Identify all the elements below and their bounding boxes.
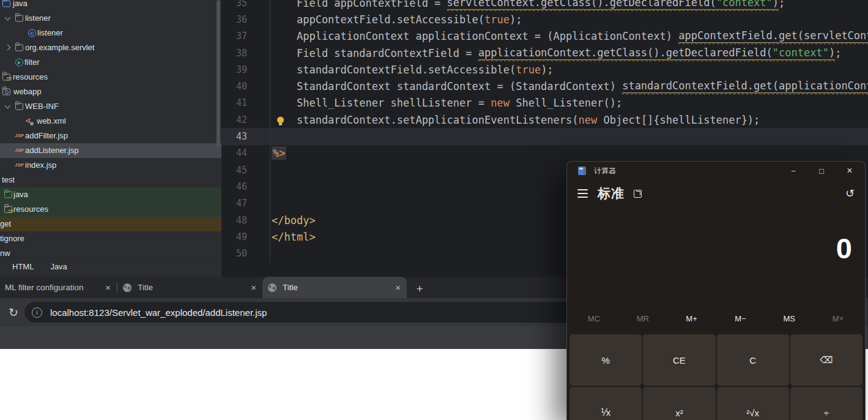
- tree-item[interactable]: </web.xml: [0, 114, 221, 129]
- intention-bulb-icon[interactable]: [277, 116, 284, 123]
- minimize-button[interactable]: −: [779, 162, 807, 180]
- line-number: 36: [221, 14, 270, 25]
- code-token: standardContextField.get(applicationCont…: [622, 80, 868, 93]
- code-token: standardContextField.setAccessible(: [272, 64, 516, 76]
- close-button[interactable]: ×: [836, 162, 864, 180]
- tree-item[interactable]: resources: [0, 202, 221, 217]
- tab-close-icon[interactable]: ×: [390, 282, 401, 293]
- code-line[interactable]: 44%>: [221, 145, 868, 162]
- code-token: true: [516, 64, 541, 76]
- calc-key[interactable]: %: [569, 334, 642, 386]
- code-token: ApplicationContext applicationContext = …: [272, 30, 678, 42]
- memory-button[interactable]: M+: [667, 310, 716, 328]
- tree-item-label: java: [13, 190, 28, 199]
- calc-key[interactable]: ÷: [790, 387, 862, 420]
- tree-item-label: web.xml: [37, 116, 66, 126]
- tree-item[interactable]: WEB-INF: [0, 99, 221, 114]
- browser-tab[interactable]: Title×: [117, 277, 262, 298]
- code-line[interactable]: 42 standardContext.setApplicationEventLi…: [221, 111, 868, 128]
- code-token: ): [773, 0, 779, 10]
- chevron-right-icon[interactable]: [5, 45, 11, 51]
- line-number: 43: [221, 131, 270, 142]
- tree-item[interactable]: java: [0, 187, 221, 202]
- tree-scrollbar[interactable]: [217, 0, 220, 147]
- filter-icon: [15, 59, 23, 67]
- code-token: appContextField.setAccessible(: [272, 13, 484, 26]
- folder-web-icon: [2, 89, 10, 96]
- calc-key[interactable]: CE: [643, 334, 715, 386]
- memory-button[interactable]: M−: [716, 310, 765, 328]
- tree-item[interactable]: JSPaddFilter.jsp: [0, 129, 221, 143]
- chevron-down-icon[interactable]: [5, 103, 11, 109]
- calc-key[interactable]: ⌫: [790, 334, 862, 386]
- line-number: 45: [221, 165, 270, 176]
- code-text: Shell_Listener shellListener = new Shell…: [270, 95, 868, 111]
- site-info-icon[interactable]: i: [32, 307, 42, 318]
- calc-key[interactable]: C: [717, 334, 789, 386]
- code-text: Field appContextField = servletContext.g…: [270, 0, 868, 11]
- code-token: appContextField.get(servletContext): [678, 29, 868, 43]
- tree-item[interactable]: java: [0, 0, 221, 11]
- menu-icon[interactable]: [577, 189, 588, 197]
- maximize-button[interactable]: □: [807, 162, 836, 180]
- code-token: new: [491, 97, 510, 109]
- line-number: 38: [221, 48, 270, 59]
- tree-item[interactable]: test: [0, 173, 221, 187]
- tab-title: Title: [138, 283, 153, 292]
- calc-key[interactable]: ²√x: [717, 387, 789, 420]
- ide-tab-java[interactable]: Java: [50, 262, 67, 271]
- tree-item[interactable]: resources: [0, 70, 221, 84]
- folder-res-icon: [4, 206, 12, 213]
- jsp-icon: JSP: [15, 147, 24, 154]
- code-token: ): [829, 47, 835, 60]
- calculator-titlebar[interactable]: 计算器 − □ ×: [567, 162, 865, 180]
- line-number: 42: [221, 114, 270, 126]
- code-token: %>: [272, 146, 286, 160]
- tree-item[interactable]: webapp: [0, 84, 221, 99]
- line-number: 41: [221, 97, 270, 108]
- reload-icon[interactable]: ↻: [5, 306, 22, 320]
- code-line[interactable]: 40 StandardContext standardContext = (St…: [221, 78, 868, 94]
- project-tree: javalistenerClistenerorg.example.servlet…: [0, 0, 221, 261]
- code-line[interactable]: 36 appContextField.setAccessible(true);: [221, 11, 868, 28]
- tree-item[interactable]: JSPindex.jsp: [0, 158, 221, 173]
- code-text: [270, 128, 868, 144]
- tree-item-label: webapp: [13, 87, 42, 96]
- tree-item[interactable]: org.example.servlet: [0, 40, 221, 55]
- tab-title: ML filter configuration: [5, 283, 84, 292]
- code-line[interactable]: 43: [221, 128, 868, 144]
- ide-tab-html[interactable]: HTML: [12, 262, 34, 271]
- memory-button[interactable]: MS: [765, 310, 814, 328]
- browser-tab[interactable]: ML filter configuration×: [0, 277, 117, 298]
- tree-item[interactable]: get: [0, 217, 221, 231]
- code-line[interactable]: 37 ApplicationContext applicationContext…: [221, 28, 868, 45]
- tree-item[interactable]: tignore: [0, 231, 221, 246]
- history-icon[interactable]: ↺: [845, 187, 855, 200]
- tab-close-icon[interactable]: ×: [100, 282, 111, 293]
- line-number: 35: [221, 0, 270, 9]
- line-number: 37: [221, 31, 270, 42]
- browser-tab[interactable]: Title×: [262, 277, 407, 298]
- tree-item-label: tignore: [0, 234, 24, 243]
- tree-item[interactable]: listener: [0, 11, 221, 26]
- tree-item[interactable]: filter: [0, 55, 221, 70]
- code-line[interactable]: 39 standardContextField.setAccessible(tr…: [221, 61, 868, 78]
- code-line[interactable]: 35 Field appContextField = servletContex…: [221, 0, 868, 11]
- calc-key[interactable]: x²: [643, 387, 715, 420]
- code-token: </body>: [272, 214, 316, 227]
- code-token: </html>: [272, 231, 316, 243]
- folder-blue-icon: [2, 1, 10, 7]
- tree-item[interactable]: JSPaddListener.jsp: [0, 143, 221, 158]
- code-text: standardContext.setApplicationEventListe…: [270, 111, 868, 128]
- chevron-down-icon[interactable]: [5, 15, 11, 21]
- tab-close-icon[interactable]: ×: [246, 282, 256, 293]
- tree-item[interactable]: Clistener: [0, 26, 221, 40]
- code-line[interactable]: 41 Shell_Listener shellListener = new Sh…: [221, 95, 868, 111]
- new-tab-button[interactable]: +: [412, 280, 428, 298]
- tree-item-label: addListener.jsp: [25, 146, 78, 155]
- calc-key[interactable]: ⅟x: [569, 387, 642, 420]
- keep-on-top-icon[interactable]: [634, 190, 642, 198]
- tree-item-label: resources: [13, 72, 48, 81]
- code-line[interactable]: 38 Field standardContextField = applicat…: [221, 45, 868, 61]
- code-token: Object[]{shellListener});: [597, 114, 760, 126]
